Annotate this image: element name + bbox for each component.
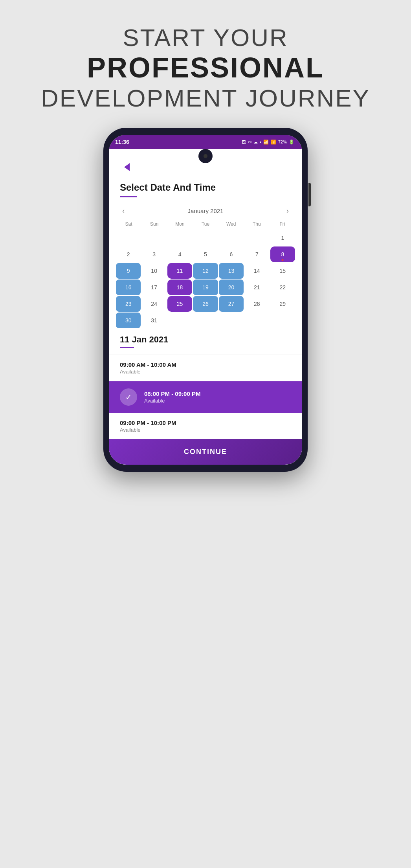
phone-side-button <box>308 183 311 206</box>
calendar-cell <box>141 230 166 246</box>
calendar-cell <box>116 230 141 246</box>
app-content: Select Date And Time ‹ January 2021 › Sa… <box>109 149 302 465</box>
slot-check-icon: ✓ <box>120 388 137 406</box>
calendar-cell <box>270 313 295 328</box>
calendar-day-names: SatSunMonTueWedThuFri <box>116 220 295 228</box>
calendar-day-name: Thu <box>244 220 270 228</box>
calendar-cell[interactable]: 20 <box>219 280 244 295</box>
slot-info: 09:00 PM - 10:00 PMAvailable <box>120 419 291 433</box>
calendar-cell <box>244 313 269 328</box>
mail-icon: ✉ <box>248 140 251 145</box>
page-wrapper: START YOUR PROFESSIONAL DEVELOPMENT JOUR… <box>0 0 411 868</box>
slot-availability-text: Available <box>144 398 200 404</box>
calendar-cell[interactable]: 11 <box>167 263 192 279</box>
headline-line3: DEVELOPMENT JOURNEY <box>41 84 370 112</box>
calendar-cell[interactable]: 7 <box>244 246 269 262</box>
continue-button[interactable]: CONTINUE <box>109 439 302 465</box>
calendar-cell <box>193 230 218 246</box>
time-slot[interactable]: ✓08:00 PM - 09:00 PMAvailable <box>109 381 302 413</box>
calendar-cell[interactable]: 31 <box>141 313 166 328</box>
title-underline <box>120 196 137 197</box>
calendar-cell[interactable]: 19 <box>193 280 218 295</box>
calendar-cell <box>167 313 192 328</box>
calendar-cell[interactable]: 30 <box>116 313 141 328</box>
slot-time-text: 08:00 PM - 09:00 PM <box>144 390 200 397</box>
page-title: Select Date And Time <box>120 182 291 193</box>
slot-availability-text: Available <box>120 369 291 375</box>
phone-notch <box>198 149 213 163</box>
calendar-cell[interactable]: 25 <box>167 296 192 312</box>
calendar-cell[interactable]: 9 <box>116 263 141 279</box>
status-icons: 🖼 ✉ ☁ • 📶 📶 72% 🔋 <box>242 140 294 145</box>
selected-date-section: 11 Jan 2021 <box>109 328 302 351</box>
calendar-cell[interactable]: 18 <box>167 280 192 295</box>
calendar-cell[interactable]: 10 <box>141 263 166 279</box>
calendar-day-name: Mon <box>167 220 193 228</box>
calendar-cell[interactable]: 27 <box>219 296 244 312</box>
slot-time-text: 09:00 AM - 10:00 AM <box>120 361 291 368</box>
calendar-cell <box>219 230 244 246</box>
calendar-cell[interactable]: 12 <box>193 263 218 279</box>
calendar-cell[interactable]: 14 <box>244 263 269 279</box>
phone-screen: 11:36 🖼 ✉ ☁ • 📶 📶 72% 🔋 <box>109 135 302 465</box>
calendar-cell[interactable]: 3 <box>141 246 166 262</box>
time-slot[interactable]: 09:00 PM - 10:00 PMAvailable <box>109 413 302 439</box>
calendar-section: ‹ January 2021 › SatSunMonTueWedThuFri 1… <box>109 204 302 328</box>
battery-icon: 🔋 <box>289 140 294 145</box>
calendar-cell[interactable]: 15 <box>270 263 295 279</box>
calendar-day-name: Wed <box>218 220 244 228</box>
headline-line2: PROFESSIONAL <box>41 51 370 84</box>
phone-shell: 11:36 🖼 ✉ ☁ • 📶 📶 72% 🔋 <box>103 128 308 472</box>
cloud-icon: ☁ <box>253 140 258 145</box>
battery-level: 72% <box>278 140 287 144</box>
calendar-cell[interactable]: 21 <box>244 280 269 295</box>
calendar-cell <box>244 230 269 246</box>
calendar-cell[interactable]: 22 <box>270 280 295 295</box>
next-month-button[interactable]: › <box>284 207 291 215</box>
calendar-cell[interactable]: 17 <box>141 280 166 295</box>
slot-info: 08:00 PM - 09:00 PMAvailable <box>144 390 200 404</box>
calendar-month-label: January 2021 <box>188 208 224 214</box>
calendar-day-name: Fri <box>270 220 295 228</box>
calendar-cell[interactable]: 6 <box>219 246 244 262</box>
calendar-day-name: Sat <box>116 220 141 228</box>
status-time: 11:36 <box>115 139 129 145</box>
calendar-cell[interactable]: 16 <box>116 280 141 295</box>
calendar-cell[interactable]: 4 <box>167 246 192 262</box>
calendar-header: ‹ January 2021 › <box>116 204 295 217</box>
slot-availability-text: Available <box>120 427 291 433</box>
calendar-cell[interactable]: 23 <box>116 296 141 312</box>
continue-button-wrap: CONTINUE <box>109 439 302 465</box>
headline-line1: START YOUR <box>41 24 370 51</box>
wifi-icon: 📶 <box>263 140 269 145</box>
calendar-cell[interactable]: 24 <box>141 296 166 312</box>
time-slot[interactable]: 09:00 AM - 10:00 AMAvailable <box>109 355 302 381</box>
front-camera <box>204 154 207 158</box>
calendar-cell <box>193 313 218 328</box>
prev-month-button[interactable]: ‹ <box>120 207 127 215</box>
calendar-cell[interactable]: 26 <box>193 296 218 312</box>
gallery-icon: 🖼 <box>242 140 246 144</box>
time-slots-container: 09:00 AM - 10:00 AMAvailable✓08:00 PM - … <box>109 351 302 439</box>
signal-icon: 📶 <box>271 140 276 145</box>
calendar-cell[interactable]: 5 <box>193 246 218 262</box>
calendar-cell[interactable]: 29 <box>270 296 295 312</box>
page-title-section: Select Date And Time <box>109 178 302 204</box>
slot-time-text: 09:00 PM - 10:00 PM <box>120 419 291 426</box>
back-button[interactable] <box>120 160 134 174</box>
headline: START YOUR PROFESSIONAL DEVELOPMENT JOUR… <box>41 24 370 112</box>
calendar-cell <box>219 313 244 328</box>
slot-info: 09:00 AM - 10:00 AMAvailable <box>120 361 291 375</box>
selected-date-underline <box>120 347 134 348</box>
dot-icon: • <box>260 140 261 144</box>
calendar-cell[interactable]: 13 <box>219 263 244 279</box>
calendar-cell[interactable]: 28 <box>244 296 269 312</box>
calendar-day-name: Tue <box>193 220 218 228</box>
calendar-cell[interactable]: 8 <box>270 246 295 262</box>
calendar-cell[interactable]: 2 <box>116 246 141 262</box>
calendar-cell[interactable]: 1 <box>270 230 295 246</box>
calendar-grid: 1234567891011121314151617181920212223242… <box>116 230 295 328</box>
back-chevron-icon <box>124 163 130 171</box>
calendar-cell <box>167 230 192 246</box>
calendar-day-name: Sun <box>141 220 167 228</box>
